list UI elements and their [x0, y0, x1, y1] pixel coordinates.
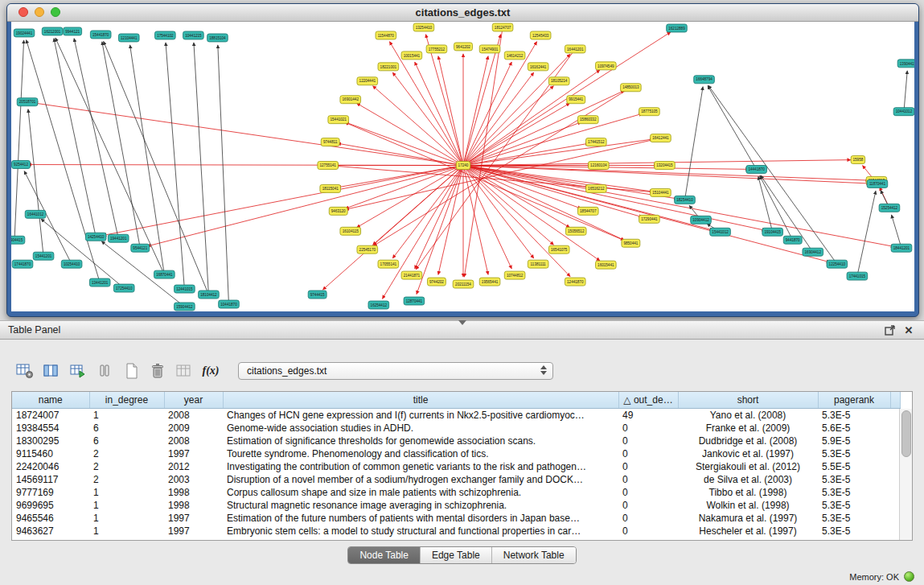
- graph-node[interactable]: 12254410: [827, 260, 848, 268]
- table-cell[interactable]: Yano et al. (2008): [678, 409, 818, 422]
- table-cell[interactable]: 0: [618, 422, 678, 435]
- graph-node[interactable]: 16162441: [528, 63, 548, 71]
- graph-node[interactable]: 16212001: [42, 27, 63, 35]
- graph-edge[interactable]: [463, 113, 643, 165]
- graph-edge[interactable]: [415, 62, 463, 165]
- table-cell[interactable]: 6: [89, 435, 164, 447]
- graph-edge[interactable]: [684, 87, 703, 200]
- graph-node[interactable]: 16870441: [154, 270, 175, 278]
- table-cell[interactable]: 22420046: [12, 460, 89, 473]
- table-cell[interactable]: Dudbridge et al. (2008): [678, 435, 818, 447]
- delete-column-button[interactable]: [147, 360, 168, 381]
- graph-node[interactable]: 16412441: [651, 134, 671, 142]
- table-cell[interactable]: Nakamura et al. (1997): [678, 512, 818, 525]
- table-cell[interactable]: 1997: [164, 525, 223, 538]
- graph-node[interactable]: 10974549: [595, 62, 616, 70]
- column-header-out_de[interactable]: △ out_de…: [618, 392, 678, 409]
- table-cell[interactable]: 1: [89, 512, 164, 525]
- table-cell[interactable]: 9699695: [12, 499, 89, 512]
- graph-node[interactable]: 12441870: [565, 278, 585, 286]
- graph-node[interactable]: 17441512: [585, 138, 606, 146]
- table-cell[interactable]: 5.5E-5: [818, 460, 890, 473]
- graph-node[interactable]: 19024441: [14, 29, 35, 37]
- table-cell[interactable]: 19384554: [12, 422, 89, 435]
- table-cell[interactable]: 9465546: [12, 512, 89, 525]
- table-cell[interactable]: Hescheler et al. (1997): [678, 525, 818, 538]
- graph-node[interactable]: 10441012: [893, 108, 914, 116]
- graph-node[interactable]: 16648794: [694, 76, 715, 84]
- graph-node[interactable]: 9641202: [454, 43, 473, 51]
- graph-node[interactable]: 18544707: [577, 207, 598, 215]
- graph-node[interactable]: 13904415: [897, 60, 914, 68]
- table-row[interactable]: 1830029562008Estimation of significance …: [12, 435, 900, 447]
- graph-node[interactable]: 18815104: [207, 34, 228, 42]
- graph-node[interactable]: 9744415: [308, 290, 326, 299]
- table-cell[interactable]: Franke et al. (2009): [678, 422, 818, 435]
- graph-edge[interactable]: [54, 39, 96, 237]
- graph-node[interactable]: 10904412: [691, 216, 712, 224]
- graph-edge[interactable]: [345, 122, 463, 166]
- window-titlebar[interactable]: citations_edges.txt: [7, 4, 918, 22]
- graph-node[interactable]: 9744811: [321, 138, 339, 146]
- graph-node[interactable]: 10441870: [219, 300, 240, 308]
- graph-node[interactable]: 11870441: [867, 179, 888, 187]
- graph-node[interactable]: 12545433: [530, 31, 551, 39]
- splitter-handle[interactable]: [458, 320, 466, 325]
- table-cell[interactable]: Estimation of significance thresholds fo…: [223, 435, 618, 447]
- table-cell[interactable]: 5.9E-5: [818, 435, 890, 447]
- graph-node[interactable]: 16901442: [340, 96, 361, 104]
- graph-edge[interactable]: [28, 165, 463, 166]
- graph-node[interactable]: 15441012: [710, 228, 731, 236]
- table-cell[interactable]: 0: [618, 447, 678, 460]
- table-scrollbar[interactable]: [899, 409, 912, 540]
- graph-edge[interactable]: [904, 71, 907, 112]
- graph-node[interactable]: 9441870: [783, 236, 802, 244]
- table-cell[interactable]: 1: [89, 499, 164, 512]
- graph-edge[interactable]: [218, 45, 229, 304]
- table-cell[interactable]: 2: [89, 473, 164, 486]
- graph-node[interactable]: 15254412: [879, 204, 900, 212]
- graph-node[interactable]: 18221001: [378, 63, 399, 71]
- graph-node[interactable]: 17254410: [113, 284, 134, 292]
- table-row[interactable]: 1456911722003Disruption of a novel membe…: [12, 473, 900, 486]
- table-cell[interactable]: 5.3E-5: [818, 512, 890, 525]
- graph-node[interactable]: 12904415: [11, 236, 25, 244]
- graph-edge[interactable]: [27, 40, 101, 283]
- graph-node[interactable]: 21441871: [401, 271, 422, 279]
- graph-node[interactable]: 16516212: [585, 184, 606, 192]
- graph-node[interactable]: 16904412: [803, 248, 823, 256]
- graph-node[interactable]: 18115041: [320, 184, 341, 192]
- graph-node[interactable]: 16254412: [368, 301, 389, 309]
- table-cell[interactable]: 5.3E-5: [818, 473, 890, 486]
- graph-node[interactable]: 10015441: [401, 51, 422, 60]
- table-cell[interactable]: 6: [89, 422, 164, 435]
- graph-node[interactable]: 15474901: [479, 45, 500, 53]
- table-selector-dropdown[interactable]: citations_edges.txt: [238, 362, 553, 380]
- graph-node[interactable]: 13254410: [413, 23, 434, 31]
- graph-node[interactable]: 16212889: [667, 24, 688, 32]
- graph-node[interactable]: 15860332: [577, 116, 598, 124]
- graph-node[interactable]: 10254410: [61, 260, 82, 268]
- graph-node[interactable]: 13441201: [89, 278, 110, 286]
- graph-node[interactable]: 15441870: [90, 31, 111, 39]
- graph-edge[interactable]: [74, 39, 118, 239]
- table-cell[interactable]: 1998: [164, 486, 223, 499]
- graph-node[interactable]: 17055141: [378, 260, 399, 268]
- graph-node[interactable]: 16441201: [565, 45, 585, 53]
- graph-edge[interactable]: [758, 176, 773, 232]
- table-cell[interactable]: 0: [618, 435, 678, 447]
- graph-node[interactable]: 11381111: [528, 260, 548, 268]
- graph-edge[interactable]: [14, 40, 24, 240]
- table-row[interactable]: 2242004622012Investigating the contribut…: [12, 460, 900, 473]
- table-cell[interactable]: 5.3E-5: [818, 447, 890, 460]
- graph-node[interactable]: 19104415: [762, 228, 783, 236]
- graph-node[interactable]: 18124707: [492, 23, 513, 31]
- graph-edge[interactable]: [415, 166, 463, 269]
- table-row[interactable]: 977716911998Corpus callosum shape and si…: [12, 486, 900, 499]
- graph-node[interactable]: 20211154: [453, 280, 474, 288]
- table-row[interactable]: 1938455462009Genome-wide association stu…: [12, 422, 900, 435]
- table-cell[interactable]: Corpus callosum shape and size in male p…: [223, 486, 618, 499]
- table-cell[interactable]: Embryonic stem cells: a model to study s…: [223, 525, 618, 538]
- graph-node[interactable]: 15904412: [175, 303, 195, 311]
- tab-edge-table[interactable]: Edge Table: [420, 547, 491, 563]
